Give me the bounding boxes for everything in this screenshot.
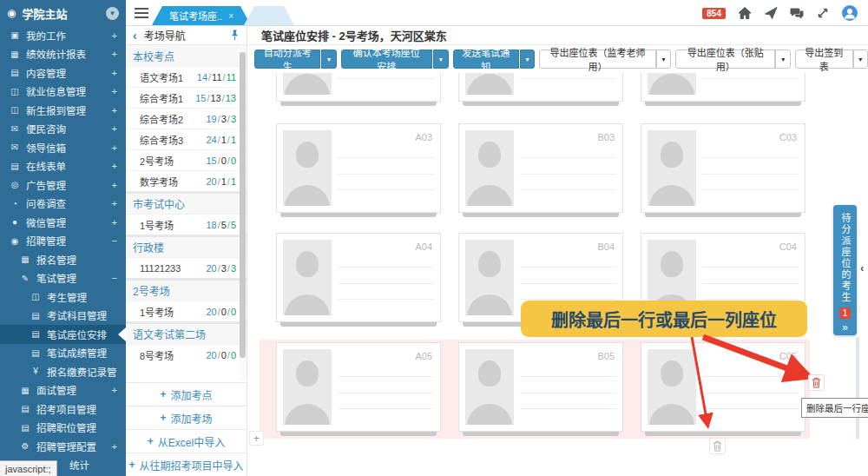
comments-icon[interactable] bbox=[790, 6, 804, 20]
export-seating-invigilator-button[interactable]: 导出座位表（监考老师用） bbox=[539, 50, 656, 69]
venue-room[interactable]: 语文考场114/11/11 bbox=[126, 66, 247, 87]
export-seating-poster-button[interactable]: 导出座位表（张贴用） bbox=[675, 50, 775, 69]
send-notice-button[interactable]: 发送笔试通知 bbox=[453, 50, 519, 69]
sidebar-item-wechat-mgmt[interactable]: ●微信管理+ bbox=[0, 213, 126, 232]
file-icon: ▤ bbox=[30, 329, 42, 339]
export-seating-poster-caret[interactable]: ▾ bbox=[775, 50, 791, 69]
sidebar-item-leader-mailbox[interactable]: ✉领导信箱+ bbox=[0, 138, 126, 157]
sidebar-item-survey[interactable]: ◔问卷调查+ bbox=[0, 195, 126, 214]
venue-room[interactable]: 数学考场20/1/1 bbox=[126, 170, 247, 191]
users-icon: ◫ bbox=[9, 87, 21, 96]
tab-written-exam-room[interactable]: 笔试考场座.. × bbox=[152, 6, 251, 25]
photo-placeholder bbox=[465, 130, 514, 206]
venue-section[interactable]: 市考试中心 bbox=[126, 191, 247, 214]
photo-placeholder bbox=[648, 73, 696, 95]
idcard-icon: ▤ bbox=[19, 423, 31, 433]
seat-card-A03[interactable]: A03 bbox=[276, 123, 441, 217]
expand-icon: + bbox=[112, 105, 117, 116]
brand-header[interactable]: ◉ 学院主站 ▼ bbox=[0, 0, 126, 26]
expand-panel-icon[interactable]: » bbox=[842, 321, 848, 334]
seat-card-A05[interactable]: A05 bbox=[276, 342, 441, 436]
venue-section[interactable]: 本校考点 bbox=[126, 45, 247, 66]
seat-card[interactable] bbox=[641, 73, 806, 106]
import-past-project-button[interactable]: +从往期招考项目中导入 bbox=[126, 453, 247, 476]
venue-section[interactable]: 语文考试第二场 bbox=[126, 321, 247, 344]
sidebar-item-online-forms[interactable]: ▤在线表单+ bbox=[0, 157, 126, 176]
seat-card-C05[interactable]: C05 bbox=[641, 342, 806, 436]
collapse-panel-icon[interactable]: ‹ bbox=[860, 261, 864, 274]
export-seating-invigilator-caret[interactable]: ▾ bbox=[656, 50, 672, 69]
venue-room[interactable]: 1号考场20/0/0 bbox=[126, 301, 247, 321]
seat-card[interactable] bbox=[276, 73, 441, 106]
import-excel-button[interactable]: +从Excel中导入 bbox=[126, 429, 247, 453]
sidebar-item-recruit-position-mgmt[interactable]: ▤招聘职位管理 bbox=[0, 419, 126, 438]
seat-card-B05[interactable]: B05 bbox=[458, 342, 623, 436]
seat-card[interactable] bbox=[458, 73, 623, 106]
card-shadow bbox=[280, 322, 437, 327]
add-seat-button[interactable]: + bbox=[249, 431, 264, 446]
notification-badge[interactable]: 854 bbox=[702, 8, 726, 19]
venue-section[interactable]: 行政楼 bbox=[126, 235, 247, 257]
sidebar-item-recruit-mgmt[interactable]: ◉招聘管理− bbox=[0, 232, 126, 251]
seat-card-C03[interactable]: C03 bbox=[641, 123, 806, 217]
confirm-seating-button[interactable]: 确认本考场座位安排 bbox=[341, 50, 432, 69]
photo-placeholder bbox=[283, 130, 332, 206]
sidebar-item-candidate-mgmt[interactable]: ◫考生管理 bbox=[0, 288, 126, 307]
sidebar-item-seat-arrangement[interactable]: ▤笔试座位安排 bbox=[0, 325, 126, 344]
link-status-bar: javascript:; bbox=[0, 460, 57, 476]
venue-room[interactable]: 1112123320/3/3 bbox=[126, 257, 247, 278]
sidebar-item-freshman-registration[interactable]: ◫新生报到管理+ bbox=[0, 101, 126, 120]
unassigned-candidates-tab[interactable]: 待分派座位的考生 1 » bbox=[833, 205, 857, 335]
export-signin-button[interactable]: 导出签到表 bbox=[795, 50, 853, 69]
sidebar-item-recruit-project-mgmt[interactable]: ▤招考项目管理 bbox=[0, 400, 126, 419]
delete-last-column-button[interactable] bbox=[709, 438, 726, 454]
venue-room[interactable]: 综合考场115/13/13 bbox=[126, 87, 247, 108]
pin-icon[interactable] bbox=[230, 30, 240, 41]
home-icon[interactable] bbox=[738, 6, 752, 20]
add-room-button[interactable]: +添加考场 bbox=[126, 406, 247, 429]
seat-card-B03[interactable]: B03 bbox=[458, 123, 623, 217]
send-icon[interactable] bbox=[764, 6, 778, 20]
sidebar-item-exam-score-mgmt[interactable]: ▤笔试成绩管理 bbox=[0, 344, 126, 363]
venue-section[interactable]: 2号考场 bbox=[126, 278, 247, 301]
auto-assign-button[interactable]: 自动分派考生 bbox=[254, 50, 320, 69]
chevron-down-icon[interactable]: ▼ bbox=[106, 7, 119, 20]
sidebar-item-employment-info[interactable]: ◫就业信息管理+ bbox=[0, 83, 126, 102]
sidebar-item-written-exam-mgmt[interactable]: ✎笔试管理− bbox=[0, 269, 126, 288]
fullscreen-icon[interactable] bbox=[816, 6, 830, 20]
scrollbar-thumb[interactable] bbox=[240, 52, 246, 358]
sidebar-item-exam-subject-mgmt[interactable]: ▤考试科目管理 bbox=[0, 307, 126, 326]
sidebar-item-my-work[interactable]: ▣我的工作+ bbox=[0, 26, 126, 45]
seat-grid: A03 B03 C03 A04 B04 C04 A05 B05 C05 删除最后… bbox=[247, 73, 868, 476]
sidebar-item-performance-reports[interactable]: ▦绩效统计报表+ bbox=[0, 45, 126, 64]
sidebar-item-public-consult[interactable]: ✉便民咨询+ bbox=[0, 120, 126, 139]
venue-scrollbar[interactable] bbox=[240, 47, 246, 380]
venue-room[interactable]: 8号考场20/0/0 bbox=[126, 344, 247, 365]
card-shadow bbox=[280, 102, 437, 106]
plus-icon: + bbox=[253, 433, 260, 445]
users-icon: ◫ bbox=[30, 292, 42, 301]
auto-assign-caret[interactable]: ▾ bbox=[321, 50, 336, 69]
sidebar-item-recruit-config[interactable]: ⚙招聘管理配置+ bbox=[0, 437, 126, 456]
send-notice-caret[interactable]: ▾ bbox=[520, 50, 535, 69]
venue-list: 本校考点 语文考场114/11/11 综合考场115/13/13 综合考场219… bbox=[126, 45, 247, 382]
add-venue-button[interactable]: +添加考点 bbox=[126, 382, 247, 406]
sidebar-item-payment-records[interactable]: ¥报名缴费记录管理 bbox=[0, 362, 126, 381]
user-avatar[interactable] bbox=[842, 5, 858, 21]
sidebar-item-content-mgmt[interactable]: ▤内容管理+ bbox=[0, 63, 126, 83]
sidebar-item-ad-mgmt[interactable]: ◎广告管理+ bbox=[0, 175, 126, 195]
close-icon[interactable]: × bbox=[228, 11, 233, 21]
back-chevron-icon[interactable]: ‹ bbox=[133, 29, 137, 43]
sidebar-toggle-icon[interactable] bbox=[135, 8, 148, 18]
sidebar-item-interview-mgmt[interactable]: ▦面试管理+ bbox=[0, 381, 126, 400]
card-shadow bbox=[645, 213, 801, 217]
venue-room[interactable]: 综合考场219/3/3 bbox=[126, 108, 247, 129]
venue-room[interactable]: 2号考场15/0/0 bbox=[126, 149, 247, 170]
confirm-seating-caret[interactable]: ▾ bbox=[433, 50, 449, 69]
export-signin-caret[interactable]: ▾ bbox=[853, 50, 868, 69]
seat-card-A04[interactable]: A04 bbox=[276, 233, 441, 327]
venue-room[interactable]: 综合考场324/1/1 bbox=[126, 129, 247, 149]
sidebar-item-signup-mgmt[interactable]: ▦报名管理 bbox=[0, 250, 126, 269]
delete-last-row-button[interactable] bbox=[808, 374, 825, 391]
venue-room[interactable]: 1号考场18/5/5 bbox=[126, 214, 247, 235]
